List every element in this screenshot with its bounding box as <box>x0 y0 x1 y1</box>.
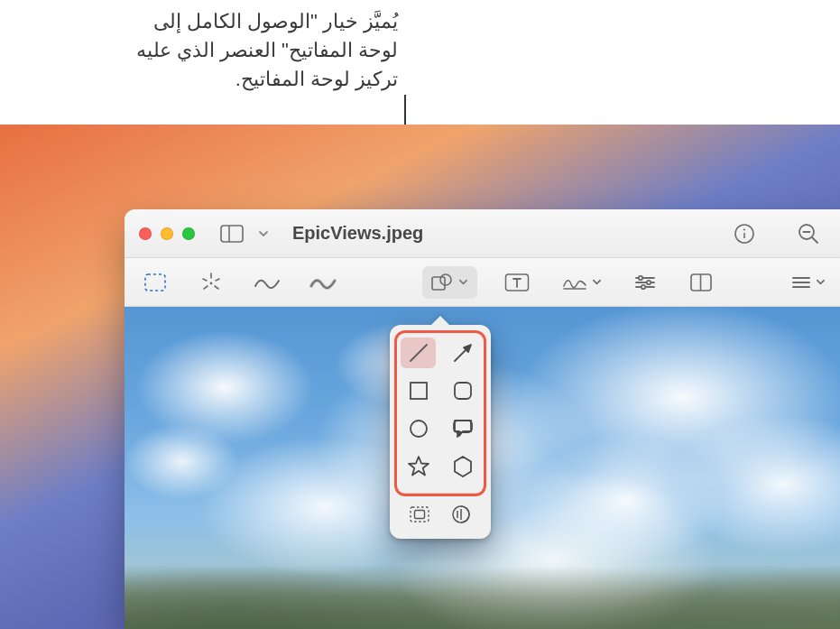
zoom-window-button[interactable] <box>182 227 195 240</box>
svg-marker-37 <box>409 457 429 476</box>
caption-text: يُميَّز خيار "الوصول الكامل إلى لوحة الم… <box>0 7 840 94</box>
shape-square[interactable] <box>401 375 436 406</box>
shape-rounded-square[interactable] <box>445 375 480 406</box>
svg-point-3 <box>743 228 745 230</box>
svg-point-35 <box>411 421 427 437</box>
sidebar-toggle-button[interactable] <box>215 219 249 248</box>
svg-point-16 <box>440 274 451 285</box>
selection-tool-button[interactable] <box>139 266 171 299</box>
shape-mask[interactable] <box>402 501 438 528</box>
crop-tool-button[interactable] <box>685 266 717 299</box>
sidebar-toggle-chevron-icon[interactable] <box>253 219 274 248</box>
adjust-color-button[interactable] <box>629 266 661 299</box>
instant-alpha-button[interactable] <box>195 266 227 299</box>
sketch-tool-button[interactable] <box>307 266 339 299</box>
svg-rect-33 <box>411 383 427 399</box>
shape-loupe[interactable] <box>443 501 479 528</box>
draw-tool-button[interactable] <box>251 266 283 299</box>
shape-hexagon[interactable] <box>445 451 480 482</box>
svg-rect-0 <box>221 226 243 242</box>
svg-line-12 <box>204 286 208 289</box>
minimize-window-button[interactable] <box>161 227 173 240</box>
zoom-out-button[interactable] <box>791 219 826 248</box>
popover-divider <box>397 493 484 494</box>
svg-marker-38 <box>455 457 471 476</box>
more-tools-button[interactable] <box>791 266 826 299</box>
shape-circle[interactable] <box>401 413 436 444</box>
svg-rect-34 <box>455 383 471 399</box>
sign-tool-button[interactable] <box>557 266 605 299</box>
shape-star[interactable] <box>401 451 436 482</box>
svg-line-11 <box>216 279 219 281</box>
svg-rect-15 <box>432 277 445 290</box>
svg-point-14 <box>210 282 213 284</box>
svg-point-22 <box>639 275 642 279</box>
markup-toolbar <box>125 258 840 307</box>
window-controls <box>139 227 195 240</box>
svg-line-30 <box>411 345 427 361</box>
svg-line-10 <box>203 279 207 281</box>
close-window-button[interactable] <box>139 227 152 240</box>
shape-line[interactable] <box>401 338 436 368</box>
svg-line-6 <box>812 237 817 243</box>
svg-rect-39 <box>411 507 429 522</box>
svg-rect-8 <box>145 274 165 291</box>
info-button[interactable] <box>728 219 761 248</box>
svg-point-23 <box>647 280 651 283</box>
shapes-grid <box>399 334 482 489</box>
svg-line-13 <box>215 286 218 289</box>
svg-point-24 <box>642 284 645 288</box>
shape-speech-bubble[interactable] <box>445 413 480 444</box>
photo-hills <box>125 566 840 629</box>
shapes-tool-button[interactable] <box>422 266 477 299</box>
text-tool-button[interactable] <box>501 266 533 299</box>
shape-arrow[interactable] <box>445 338 480 368</box>
shapes-popover <box>390 325 491 539</box>
window-title: EpicViews.jpeg <box>292 223 728 244</box>
svg-rect-36 <box>454 421 472 432</box>
svg-rect-40 <box>415 511 425 519</box>
titlebar: EpicViews.jpeg <box>125 209 840 258</box>
